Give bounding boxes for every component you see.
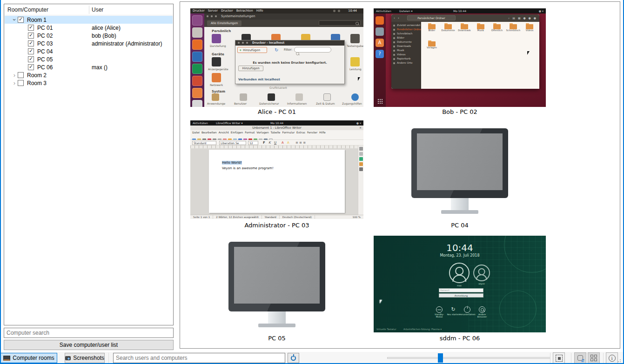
sidebar-item-current: Persönlicher Ordner	[391, 27, 421, 32]
screenshots-tab[interactable]: Screenshots	[65, 353, 105, 363]
login-clock: 10:44	[374, 242, 546, 253]
sidebar-item: Andere Orte	[391, 61, 421, 65]
calc-icon	[192, 64, 202, 74]
screenshots-label: Screenshots	[73, 355, 104, 361]
nautilus-headerbar: ‹ › Persönlicher Ordner ⌕ ▤ ▦ ● ● ●	[391, 14, 539, 22]
nav-arrows-icon: ‹ ›	[394, 16, 400, 20]
printer-dialog: Drucker - localhost Hinzufügen ↻ Filter:…	[235, 40, 345, 84]
blueprint-circle	[499, 291, 537, 328]
camera-icon	[65, 356, 71, 360]
tree-row-pc05[interactable]: PC 05	[5, 55, 173, 63]
computer-search-input[interactable]	[4, 328, 174, 338]
italic-icon: K	[268, 141, 271, 145]
network-icon	[212, 73, 221, 82]
font-name-select: Liberation Se	[219, 141, 246, 145]
adjust-size-button[interactable]	[553, 352, 565, 364]
indicator-icon	[338, 10, 340, 12]
highlight-color-icon: A	[287, 141, 289, 145]
password-field: Passwort	[439, 288, 483, 292]
settings-toolbar: Alle Einstellungen	[204, 20, 363, 27]
thumbnail-size-slider-track[interactable]	[387, 357, 550, 359]
users-icon	[240, 93, 247, 101]
no-printers-text: Es wurden noch keine Drucker konfigurier…	[235, 61, 344, 65]
info-icon	[609, 355, 616, 362]
tree-row-user: bob (Bob)	[92, 33, 116, 39]
pc05-checkbox[interactable]	[28, 56, 34, 62]
custom-arrangement-button[interactable]	[588, 352, 600, 364]
thumbnail-caption-pc04: PC 04	[374, 222, 546, 229]
settings-titlebar: Systemeinstellungen	[204, 13, 363, 20]
computer-thumbnail-pc05[interactable]	[190, 234, 363, 333]
grid-arrange-icon	[590, 355, 597, 361]
tree-row-room3[interactable]: Room 3	[5, 79, 173, 87]
tile-label: Benutzer	[234, 102, 247, 105]
tree-row-room2[interactable]: Room 2	[5, 71, 173, 79]
pc03-clock: Mo 10:44	[190, 120, 363, 126]
other-user-icon	[479, 306, 485, 313]
tree-row-pc01[interactable]: PC 01 alice (Alice)	[5, 24, 173, 32]
resize-grip[interactable]	[617, 358, 622, 362]
computer-thumbnail-pc02[interactable]: Aktivitäten Dateien ▾ Mo 10:44 ● ▾ A ? ‹…	[374, 8, 546, 107]
monitor-screen	[417, 133, 503, 190]
sddm-bottom-bar: Virtuelle Tastatur Arbeitsflächen-Sitzun…	[376, 328, 448, 331]
status-style: Standard	[262, 215, 280, 219]
restart-action: ↻ Neu starten	[445, 306, 461, 316]
column-user[interactable]: User	[92, 7, 103, 13]
toolbar-separator	[550, 353, 550, 363]
about-button[interactable]	[606, 352, 618, 364]
other-user-action: Andere Benutzer	[474, 306, 490, 318]
pc03-checkbox[interactable]	[28, 40, 34, 46]
all-settings-button: Alle Einstellungen	[207, 20, 242, 26]
power-button[interactable]	[288, 353, 299, 363]
chevron-down-icon[interactable]	[12, 17, 18, 23]
room3-checkbox[interactable]	[18, 80, 24, 86]
tree-row-pc06[interactable]: PC 06 max ()	[5, 63, 173, 71]
folder-icon	[526, 24, 533, 29]
tree-row-room1[interactable]: Room 1	[5, 16, 173, 24]
computer-thumbnail-pc04[interactable]	[374, 120, 546, 219]
pc04-checkbox[interactable]	[28, 48, 34, 54]
status-language: Deutsch (Deutschland)	[280, 215, 315, 219]
computer-rooms-tab[interactable]: Computer rooms	[0, 353, 57, 363]
thumbnail-caption-pc06: sddm - PC 06	[374, 335, 546, 342]
sidebar-icon	[359, 157, 363, 161]
underline-icon: U	[274, 141, 276, 145]
pc01-checkbox[interactable]	[28, 25, 34, 31]
tree-row-pc04[interactable]: PC 04	[5, 47, 173, 55]
save-computer-user-list-button[interactable]: Save computer/user list	[4, 340, 174, 350]
avatar-veyon	[473, 265, 490, 281]
printer-dialog-titlebar: Drucker - localhost	[235, 40, 344, 46]
tile-label: Datensicherur	[259, 102, 279, 105]
folder-icon	[510, 24, 517, 29]
chevron-right-icon[interactable]	[11, 80, 18, 86]
room1-checkbox[interactable]	[18, 17, 24, 23]
chalkboard-icon	[3, 356, 10, 361]
thumbnail-caption-pc05: PC 05	[190, 335, 363, 342]
pc06-checkbox[interactable]	[28, 64, 34, 70]
search-icon	[356, 22, 359, 25]
section-label: Persönlich	[212, 29, 231, 33]
tree-header[interactable]: Room/Computer User	[5, 4, 173, 15]
pc02-checkbox[interactable]	[28, 33, 34, 39]
column-room-computer[interactable]: Room/Computer	[7, 7, 48, 13]
chevron-right-icon[interactable]	[11, 72, 18, 78]
font-size-select: 12	[248, 141, 258, 145]
computer-thumbnail-pc01[interactable]: Drucker Server Drucker Betrachten Hilfe …	[190, 8, 363, 107]
status-icons: ● ▾	[356, 120, 361, 126]
tree-row-pc02[interactable]: PC 02 bob (Bob)	[5, 32, 173, 40]
veyon-master-window: Room/Computer User Room 1 PC 01 alice (A…	[0, 0, 624, 364]
display-settings-icon	[212, 34, 221, 43]
connection-status: Verbunden mit localhost	[238, 78, 280, 81]
computer-thumbnail-pc06[interactable]: 10:44 Montag, 23. Juli 2018 max veyon Pa…	[374, 236, 546, 332]
computer-thumbnail-pc03[interactable]: Aktivitäten LibreOffice Writer ▾ Mo 10:4…	[190, 120, 363, 219]
user-computer-search-input[interactable]	[113, 353, 285, 363]
monitor-icon	[228, 242, 325, 311]
room2-checkbox[interactable]	[18, 72, 24, 78]
virtual-keyboard-label: Virtuelle Tastatur	[376, 328, 396, 331]
add-printer-button: Hinzufügen	[237, 47, 267, 53]
tile-label: Zeit & Datum	[316, 102, 335, 105]
thumbnail-size-slider-handle[interactable]	[438, 353, 443, 363]
auto-arrangement-button[interactable]	[574, 352, 586, 364]
computer-rooms-label: Computer rooms	[13, 355, 54, 361]
tree-row-pc03[interactable]: PC 03 administrator (Administrator)	[5, 40, 173, 47]
